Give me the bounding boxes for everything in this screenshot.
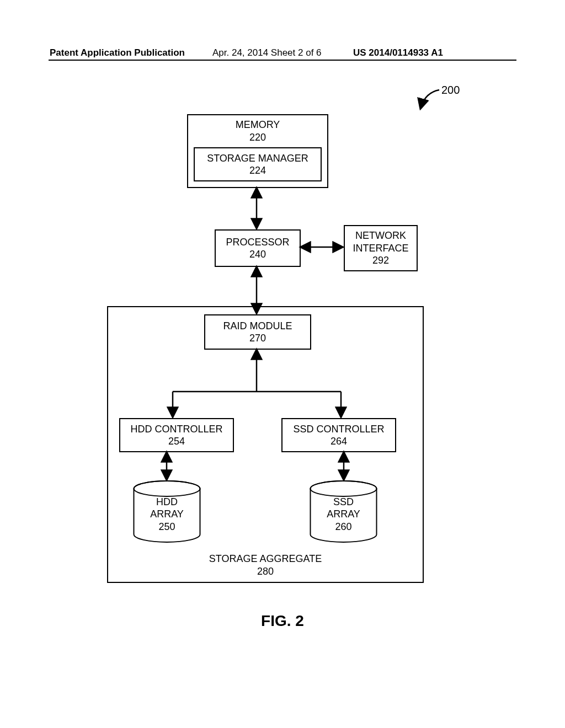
storage-aggregate-title: STORAGE AGGREGATE <box>108 553 423 565</box>
network-interface-num: 292 <box>345 254 417 267</box>
ssd-controller-block: SSD CONTROLLER 264 <box>281 418 396 452</box>
memory-title: MEMORY <box>188 119 327 131</box>
ssd-controller-title: SSD CONTROLLER <box>282 423 395 436</box>
figure-caption: FIG. 2 <box>0 612 565 630</box>
hdd-controller-num: 254 <box>120 435 233 448</box>
hdd-array-title1: HDD <box>156 496 178 508</box>
hdd-controller-block: HDD CONTROLLER 254 <box>119 418 234 452</box>
network-interface-block: NETWORK INTERFACE 292 <box>344 225 418 271</box>
processor-num: 240 <box>216 248 300 261</box>
header-mid: Apr. 24, 2014 Sheet 2 of 6 <box>212 47 322 58</box>
processor-block: PROCESSOR 240 <box>215 229 301 267</box>
storage-manager-num: 224 <box>195 164 321 177</box>
figure-reference: 200 <box>441 84 460 97</box>
ssd-array-num: 260 <box>335 521 351 533</box>
processor-title: PROCESSOR <box>216 236 300 249</box>
memory-block: MEMORY 220 STORAGE MANAGER 224 <box>187 114 328 188</box>
page: Patent Application Publication Apr. 24, … <box>0 0 565 728</box>
storage-manager-block: STORAGE MANAGER 224 <box>194 147 322 181</box>
storage-manager-title: STORAGE MANAGER <box>195 152 321 165</box>
ssd-array-title2: ARRAY <box>327 508 360 521</box>
ssd-controller-num: 264 <box>282 435 395 448</box>
ssd-array-title1: SSD <box>333 496 354 508</box>
storage-aggregate-num: 280 <box>108 565 423 578</box>
header-left: Patent Application Publication <box>50 47 185 58</box>
memory-num: 220 <box>188 131 327 144</box>
hdd-controller-title: HDD CONTROLLER <box>120 423 233 436</box>
raid-module-num: 270 <box>205 332 310 345</box>
raid-module-title: RAID MODULE <box>205 320 310 333</box>
hdd-array-num: 250 <box>158 521 175 533</box>
header-right: US 2014/0114933 A1 <box>353 47 443 58</box>
hdd-array-title2: ARRAY <box>150 508 184 521</box>
hdd-array-cylinder: HDD ARRAY 250 <box>132 480 201 543</box>
raid-module-block: RAID MODULE 270 <box>204 314 311 350</box>
ssd-array-cylinder: SSD ARRAY 260 <box>309 480 378 543</box>
network-interface-title1: NETWORK <box>345 229 417 242</box>
network-interface-title2: INTERFACE <box>345 242 417 255</box>
header-rule <box>49 60 516 61</box>
